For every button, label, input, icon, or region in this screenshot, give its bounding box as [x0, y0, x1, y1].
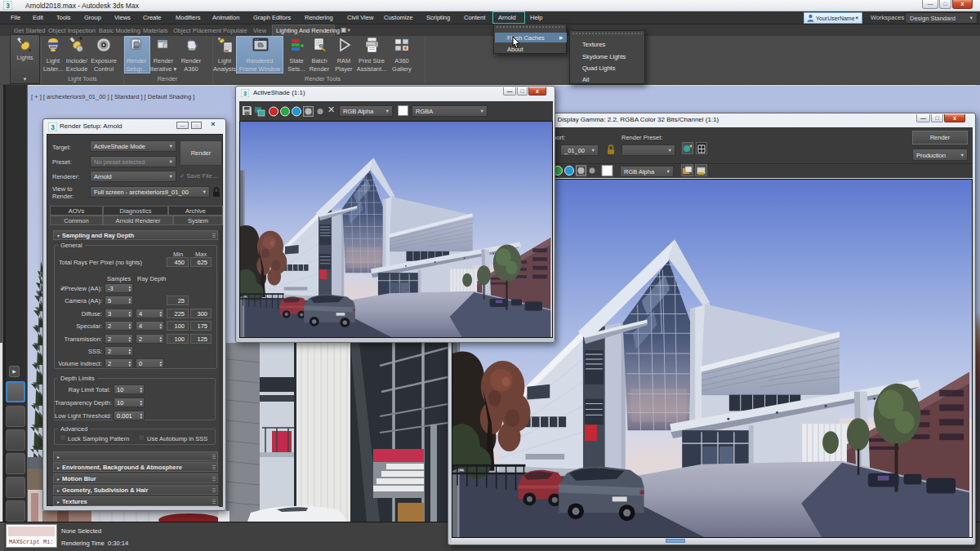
svg-text:3: 3	[243, 90, 247, 97]
svg-text:3: 3	[6, 2, 10, 10]
svg-text:3: 3	[51, 124, 55, 131]
